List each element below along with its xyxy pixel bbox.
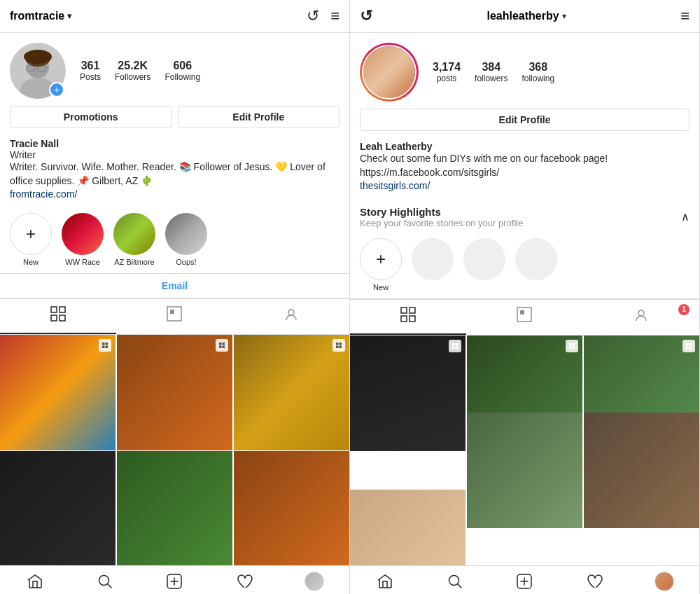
right-header: ↺ leahleatherby ▾ ≡ bbox=[350, 0, 699, 33]
svg-point-37 bbox=[638, 310, 644, 316]
left-history-icon[interactable]: ↺ bbox=[307, 7, 319, 25]
right-grid-cell-5[interactable] bbox=[584, 413, 699, 528]
right-stat-following[interactable]: 368 following bbox=[522, 61, 554, 83]
story-wwrace-label: WW Race bbox=[65, 258, 100, 266]
left-menu-icon[interactable]: ≡ bbox=[330, 7, 340, 25]
right-tab-tagged[interactable]: 1 bbox=[583, 300, 699, 335]
left-stat-following[interactable]: 606 Following bbox=[164, 60, 200, 82]
grid-cell-1[interactable] bbox=[0, 335, 115, 450]
story-item-new[interactable]: + New bbox=[10, 213, 52, 266]
right-highlights-title-wrap: Story Highlights Keep your favorite stor… bbox=[360, 206, 523, 228]
right-tab-badge: 1 bbox=[678, 304, 690, 315]
right-menu-icon[interactable]: ≡ bbox=[680, 7, 690, 25]
left-profile-top: + 361 Posts 25.2K Followers 606 Followin… bbox=[10, 43, 340, 99]
svg-rect-9 bbox=[51, 315, 57, 321]
svg-line-51 bbox=[457, 584, 461, 588]
right-edit-profile-button[interactable]: Edit Profile bbox=[360, 109, 690, 131]
list-icon bbox=[167, 306, 182, 326]
highlight-add-circle[interactable]: + bbox=[360, 238, 402, 280]
right-username-area[interactable]: leahleatherby ▾ bbox=[487, 10, 566, 22]
left-nav-add[interactable] bbox=[140, 572, 210, 591]
left-edit-profile-button[interactable]: Edit Profile bbox=[178, 106, 340, 128]
right-tab-list[interactable] bbox=[466, 300, 582, 335]
right-avatar-inner bbox=[362, 45, 416, 99]
left-add-badge[interactable]: + bbox=[49, 82, 64, 97]
grid-cell-4[interactable] bbox=[0, 451, 115, 565]
right-followers-num: 384 bbox=[482, 61, 500, 74]
left-bio-title: Writer bbox=[10, 149, 340, 160]
right-bio-text: Check out some fun DIYs with me on our f… bbox=[360, 152, 690, 193]
grid-cell-3-icon bbox=[332, 339, 345, 352]
left-nav-search[interactable] bbox=[70, 572, 140, 591]
story-oops-label: Oops! bbox=[176, 258, 196, 266]
grid-cell-2-icon bbox=[216, 339, 228, 352]
right-tab-grid[interactable] bbox=[350, 300, 466, 335]
right-following-label: following bbox=[522, 74, 554, 83]
left-tab-grid[interactable] bbox=[0, 299, 116, 334]
svg-rect-48 bbox=[686, 346, 689, 349]
right-grid-cell-4[interactable] bbox=[467, 413, 582, 528]
right-bio-link[interactable]: thesitsgirls.com/ bbox=[360, 179, 690, 193]
left-nav-heart[interactable] bbox=[209, 572, 279, 591]
right-nav-heart[interactable] bbox=[559, 572, 629, 591]
right-history-icon[interactable]: ↺ bbox=[360, 7, 372, 25]
right-nav-home[interactable] bbox=[350, 572, 420, 591]
right-grid-cell-6[interactable] bbox=[350, 490, 465, 565]
left-nav-profile[interactable] bbox=[279, 572, 349, 591]
grid-cell-3[interactable] bbox=[234, 335, 349, 450]
svg-rect-40 bbox=[452, 346, 455, 349]
right-nav-add[interactable] bbox=[490, 572, 560, 591]
svg-rect-31 bbox=[401, 308, 407, 313]
highlight-new-label: New bbox=[373, 283, 388, 291]
right-header-actions: ≡ bbox=[680, 7, 690, 25]
right-nav-search[interactable] bbox=[420, 572, 490, 591]
story-item-azbiltmore[interactable]: AZ Biltmore bbox=[113, 213, 155, 266]
email-link[interactable]: Email bbox=[162, 280, 188, 291]
right-chevron-icon: ▾ bbox=[562, 11, 566, 21]
svg-rect-10 bbox=[59, 315, 65, 321]
right-gc2-icon bbox=[566, 340, 578, 352]
grid-icon bbox=[50, 306, 66, 326]
highlight-add-item[interactable]: + New bbox=[360, 238, 402, 291]
left-btn-row: Promotions Edit Profile bbox=[10, 106, 340, 128]
left-tab-list[interactable] bbox=[116, 299, 232, 334]
right-panel: ↺ leahleatherby ▾ ≡ 3,174 post bbox=[350, 0, 700, 594]
promotions-button[interactable]: Promotions bbox=[10, 106, 172, 128]
left-stats-row: 361 Posts 25.2K Followers 606 Following bbox=[80, 60, 340, 82]
right-header-left: ↺ bbox=[360, 7, 372, 25]
right-avatar-wrap bbox=[360, 43, 419, 102]
right-photo-grid bbox=[350, 336, 699, 565]
right-grid-cell-1[interactable] bbox=[350, 336, 465, 451]
left-username-area[interactable]: fromtracie ▾ bbox=[10, 10, 71, 22]
highlight-empty-circle-2 bbox=[463, 238, 505, 280]
right-highlights-section: Story Highlights Keep your favorite stor… bbox=[350, 199, 699, 299]
svg-rect-42 bbox=[569, 343, 572, 346]
left-posts-num: 361 bbox=[81, 60, 100, 72]
right-nav-profile[interactable] bbox=[629, 572, 699, 591]
right-nav-avatar bbox=[654, 572, 674, 591]
right-avatar-gradient bbox=[360, 43, 419, 102]
left-bio-text: Writer. Survivor. Wife. Mother. Reader. … bbox=[10, 160, 340, 188]
svg-rect-47 bbox=[690, 343, 692, 346]
highlight-empty-circle-1 bbox=[412, 238, 454, 280]
left-tab-tagged[interactable] bbox=[233, 299, 349, 334]
left-bio-link[interactable]: fromtracie.com/ bbox=[10, 188, 77, 200]
left-following-label: Following bbox=[164, 72, 200, 82]
right-stat-followers[interactable]: 384 followers bbox=[475, 61, 507, 83]
story-item-oops[interactable]: Oops! bbox=[165, 213, 207, 266]
left-stat-followers[interactable]: 25.2K Followers bbox=[115, 60, 150, 82]
grid-cell-2[interactable] bbox=[117, 335, 232, 450]
grid-cell-5[interactable] bbox=[117, 451, 232, 565]
grid-cell-6[interactable] bbox=[234, 451, 349, 565]
story-add-circle[interactable]: + bbox=[10, 213, 52, 255]
right-highlights-chevron-icon[interactable]: ∧ bbox=[681, 210, 690, 223]
story-item-wwrace[interactable]: WW Race bbox=[62, 213, 104, 266]
left-nav-bar bbox=[0, 565, 349, 594]
svg-rect-32 bbox=[410, 308, 415, 313]
left-nav-home[interactable] bbox=[0, 572, 70, 591]
svg-rect-18 bbox=[219, 343, 222, 345]
svg-rect-34 bbox=[410, 316, 415, 322]
story-azbiltmore-label: AZ Biltmore bbox=[114, 258, 154, 266]
left-header: fromtracie ▾ ↺ ≡ bbox=[0, 0, 349, 33]
svg-rect-22 bbox=[336, 343, 339, 345]
